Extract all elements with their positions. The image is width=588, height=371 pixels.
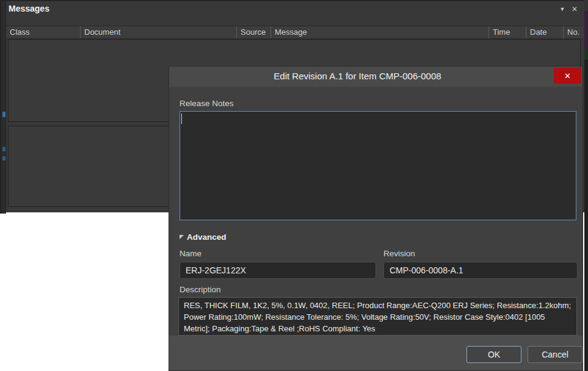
text-caret — [181, 113, 182, 124]
name-label: Name — [180, 249, 201, 258]
ok-button[interactable]: OK — [466, 346, 521, 363]
background-window-sliver — [584, 0, 588, 371]
advanced-label: Advanced — [187, 232, 227, 242]
dialog-title: Edit Revision A.1 for Item CMP-006-0008 — [169, 71, 546, 81]
revision-field[interactable] — [383, 262, 578, 279]
column-header-time[interactable]: Time — [488, 26, 526, 38]
close-icon[interactable]: ✕ — [554, 68, 581, 84]
dialog-footer: OK Cancel — [169, 336, 583, 370]
column-header-class[interactable]: Class — [6, 26, 80, 38]
release-notes-label: Release Notes — [180, 99, 234, 108]
revision-label: Revision — [383, 249, 415, 258]
chevron-down-icon[interactable]: ▼ — [557, 4, 567, 14]
edit-revision-dialog: Edit Revision A.1 for Item CMP-006-0008 … — [169, 66, 583, 371]
collapse-triangle-icon — [180, 235, 184, 239]
column-header-message[interactable]: Message — [270, 26, 488, 38]
strip-marker — [2, 147, 5, 151]
release-notes-wrap — [180, 111, 576, 220]
release-notes-input[interactable] — [180, 111, 576, 220]
sliver-segment — [584, 0, 588, 11]
advanced-section-toggle[interactable]: Advanced — [180, 231, 227, 242]
sliver-segment — [584, 49, 588, 60]
sliver-segment — [584, 11, 588, 49]
name-field[interactable] — [180, 262, 376, 279]
page-background — [0, 212, 169, 371]
dialog-titlebar[interactable]: Edit Revision A.1 for Item CMP-006-0008 … — [169, 67, 583, 87]
column-header-source[interactable]: Source — [236, 26, 270, 38]
column-header-document[interactable]: Document — [80, 26, 236, 38]
messages-panel-title: Messages — [9, 4, 49, 13]
messages-column-header-row: Class Document Source Message Time Date … — [6, 26, 583, 39]
cancel-button[interactable]: Cancel — [528, 346, 583, 363]
description-label: Description — [180, 285, 221, 294]
column-header-no[interactable]: No. — [563, 26, 583, 38]
description-field[interactable]: RES, THICK FILM, 1K2, 5%, 0.1W, 0402, RE… — [178, 297, 577, 336]
strip-marker — [2, 156, 5, 160]
panel-edge-strip — [0, 1, 6, 214]
column-header-date[interactable]: Date — [526, 26, 563, 38]
strip-marker — [2, 112, 5, 117]
close-icon[interactable]: ✕ — [570, 4, 579, 14]
